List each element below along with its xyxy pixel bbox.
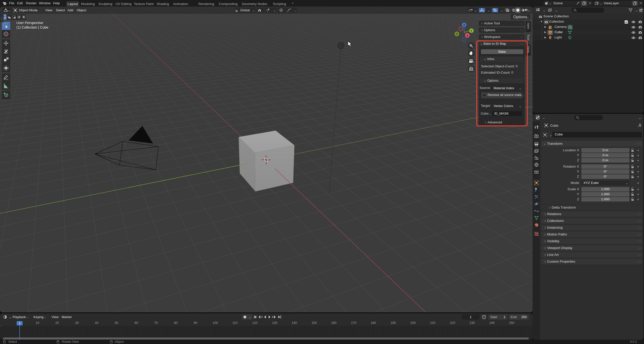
svg-text:X: X [466,34,468,37]
svg-text:Z: Z [463,24,465,27]
svg-text:Y: Y [470,29,472,32]
